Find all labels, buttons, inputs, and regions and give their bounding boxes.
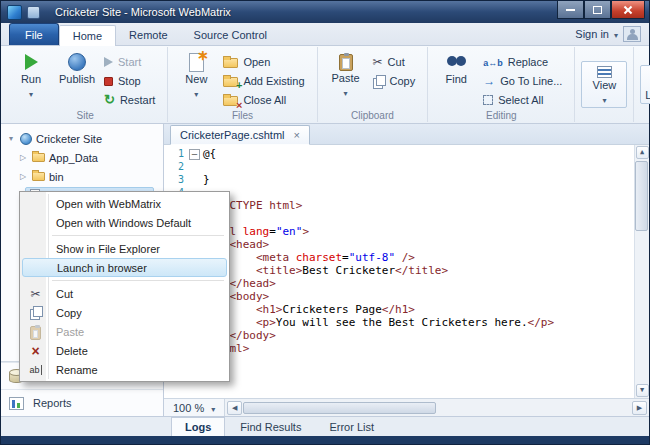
maximize-icon [593,6,602,14]
site-icon [20,133,32,145]
code-line: 12 <body> [164,290,633,303]
tree-item-bin[interactable]: ▷ bin [1,167,163,186]
workspace-item-label: Reports [33,397,72,409]
code-line: 1–@{ [164,147,633,160]
editor-tab-cricketerpage[interactable]: CricketerPage.cshtml × [170,125,310,145]
menu-item-label: Rename [56,364,98,376]
publish-button[interactable]: Publish [54,50,100,87]
find-button[interactable]: Find [433,50,479,87]
tab-error-list[interactable]: Error List [316,417,387,436]
workspace-item-reports[interactable]: Reports [1,389,163,416]
menu-item-launch-in-browser[interactable]: Launch in browser [22,258,227,277]
open-button[interactable]: Open [221,53,311,71]
menu-item-cut[interactable]: Cut [22,284,227,303]
restart-button[interactable]: Restart [102,91,162,109]
close-tab-icon[interactable]: × [294,130,300,140]
menu-item-show-in-file-explorer[interactable]: Show in File Explorer [22,239,227,258]
scroll-up-icon[interactable]: ▲ [636,146,649,159]
stop-button[interactable]: Stop [102,72,162,90]
restart-label: Restart [120,94,155,106]
code-line: 8 <head> [164,238,633,251]
menu-item-open-with-windows-default[interactable]: Open with Windows Default [22,213,227,232]
add-existing-button[interactable]: Add Existing [221,72,311,90]
zoom-control[interactable]: 100 % [164,399,225,416]
launch-button[interactable]: Launch [640,65,650,104]
launch-label: Launch [645,90,650,101]
ribbon-group-files: New Open Add Existing Close All Files [168,47,317,122]
menu-item-label: Delete [56,345,88,357]
menu-item-open-with-webmatrix[interactable]: Open with WebMatrix [22,194,227,213]
folder-icon [32,172,45,181]
code-line: 3} [164,173,633,186]
code-line: 11 </head> [164,277,633,290]
find-icon [447,56,466,68]
paste-button[interactable]: Paste [323,50,369,100]
scroll-right-icon[interactable]: ▶ [632,401,647,415]
chevron-down-icon [211,402,215,414]
replace-button[interactable]: Replace [481,53,569,71]
code-line: 14 <p>You will see the Best Cricketers h… [164,316,633,329]
file-menu-button[interactable]: File [9,23,59,45]
close-button[interactable] [611,1,645,19]
new-label: New [185,74,207,85]
chevron-down-icon [602,93,606,105]
tree-item-label: bin [49,171,64,183]
horizontal-scrollbar-thumb[interactable] [243,402,436,414]
ribbon-group-launch: Launch [634,47,650,122]
go-to-line-button[interactable]: Go To Line... [481,72,569,90]
chevron-down-icon [29,87,33,99]
tree-item-app-data[interactable]: ▷ App_Data [1,148,163,167]
menu-item-delete[interactable]: Delete [22,341,227,360]
tab-home[interactable]: Home [59,25,116,46]
start-button: Start [102,53,162,71]
code-lines[interactable]: 1–@{23}45<!DOCTYPE html>67<html lang="en… [164,147,633,398]
vertical-scrollbar-thumb[interactable] [635,161,648,231]
new-button[interactable]: New [173,50,219,101]
webmatrix-app-icon[interactable] [7,5,22,20]
tree-root-cricketer-site[interactable]: ▾ Cricketer Site [1,129,163,148]
sign-in-control[interactable]: Sign in [575,26,641,45]
copy-button[interactable]: Copy [371,72,423,90]
collapsed-arrow-icon[interactable]: ▷ [18,172,28,181]
menu-item-rename[interactable]: Rename [22,360,227,379]
quick-access-icon[interactable] [27,6,40,19]
view-button[interactable]: View [581,61,627,108]
select-all-button[interactable]: Select All [481,91,569,109]
collapsed-arrow-icon[interactable]: ▷ [18,153,28,162]
paste-label: Paste [331,73,359,84]
code-editor[interactable]: 1–@{23}45<!DOCTYPE html>67<html lang="en… [164,145,649,398]
paste-icon [339,54,353,71]
open-folder-icon [223,58,238,68]
ribbon-group-clipboard: Paste Cut Copy Clipboard [318,47,429,122]
minimize-button[interactable] [557,1,584,19]
code-line: 9 <meta charset="utf-8" /> [164,251,633,264]
maximize-button[interactable] [584,1,611,19]
code-line: 2 [164,160,633,173]
window-title: Cricketer Site - Microsoft WebMatrix [55,6,231,18]
menu-item-copy[interactable]: Copy [22,303,227,322]
new-file-icon [189,53,204,72]
menu-separator [52,235,224,236]
close-all-button[interactable]: Close All [221,91,311,109]
menu-separator [52,280,224,281]
scroll-down-icon[interactable]: ▼ [636,384,649,397]
replace-icon [483,56,503,68]
view-icon [597,66,612,78]
horizontal-scrollbar[interactable]: ◀ ▶ [225,399,649,416]
chevron-down-icon [614,28,618,40]
run-icon [25,54,38,70]
ribbon-group-editing: Find Replace Go To Line... Select All Ed… [428,47,575,122]
run-button[interactable]: Run [8,50,54,101]
tab-logs[interactable]: Logs [171,417,225,436]
menu-item-label: Paste [56,326,84,338]
cut-button[interactable]: Cut [371,53,423,71]
tab-remote[interactable]: Remote [116,25,181,45]
editing-group-label: Editing [428,110,574,121]
paste-icon [30,326,41,340]
run-label: Run [21,74,41,85]
tab-source-control[interactable]: Source Control [181,25,280,45]
expanded-arrow-icon[interactable]: ▾ [6,134,16,143]
tab-find-results[interactable]: Find Results [227,417,314,436]
scroll-left-icon[interactable]: ◀ [227,401,242,415]
webmatrix-window: Cricketer Site - Microsoft WebMatrix Fil… [0,0,650,445]
